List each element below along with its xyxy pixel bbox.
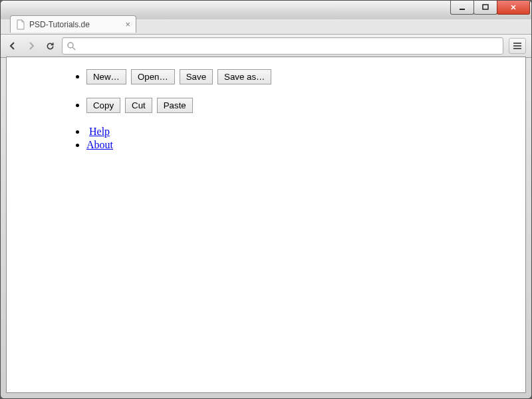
file-menu-list: New… Open… Save Save as… — [17, 68, 515, 86]
app-window: PSD-Tutorials.de × — [0, 0, 532, 399]
arrow-left-icon — [7, 41, 18, 51]
minimize-button[interactable] — [450, 1, 474, 15]
cut-button[interactable]: Cut — [125, 98, 152, 113]
tab-close-icon[interactable]: × — [125, 19, 130, 29]
list-item: About — [86, 138, 515, 152]
arrow-right-icon — [26, 41, 37, 51]
list-item: New… Open… Save Save as… — [86, 68, 515, 86]
svg-rect-4 — [513, 43, 521, 44]
save-button[interactable]: Save — [180, 69, 213, 84]
back-button[interactable] — [6, 39, 19, 53]
browser-toolbar — [1, 34, 531, 58]
svg-rect-6 — [513, 48, 521, 49]
file-icon — [16, 19, 25, 30]
save-as-button[interactable]: Save as… — [217, 69, 271, 84]
forward-button[interactable] — [25, 39, 38, 53]
paste-button[interactable]: Paste — [157, 98, 193, 113]
svg-rect-0 — [460, 9, 465, 10]
close-icon — [510, 4, 517, 11]
address-bar[interactable] — [62, 37, 503, 55]
about-link[interactable]: About — [86, 139, 113, 150]
search-icon — [66, 41, 76, 51]
reload-icon — [45, 41, 55, 51]
maximize-icon — [482, 4, 489, 11]
svg-rect-5 — [513, 45, 521, 47]
close-button[interactable] — [497, 1, 530, 15]
reload-button[interactable] — [43, 39, 57, 53]
list-item: Copy Cut Paste — [86, 96, 515, 114]
svg-point-2 — [68, 43, 73, 48]
window-controls — [451, 1, 530, 15]
tab-title: PSD-Tutorials.de — [29, 20, 121, 29]
maximize-button[interactable] — [473, 1, 497, 15]
copy-button[interactable]: Copy — [86, 98, 120, 113]
new-button[interactable]: New… — [86, 69, 126, 84]
svg-rect-1 — [483, 5, 488, 9]
links-list: Help About — [17, 125, 515, 152]
svg-line-3 — [72, 47, 75, 50]
tab-strip: PSD-Tutorials.de × — [1, 15, 531, 34]
browser-tab[interactable]: PSD-Tutorials.de × — [10, 15, 136, 33]
url-input[interactable] — [80, 41, 499, 52]
list-item: Help — [86, 125, 515, 138]
edit-menu-list: Copy Cut Paste — [17, 96, 515, 114]
hamburger-icon — [513, 42, 522, 50]
page-content: New… Open… Save Save as… Copy Cut Paste … — [7, 57, 525, 173]
help-link[interactable]: Help — [89, 126, 110, 137]
open-button[interactable]: Open… — [131, 69, 175, 84]
page-viewport: New… Open… Save Save as… Copy Cut Paste … — [6, 57, 526, 393]
minimize-icon — [459, 4, 466, 11]
chrome-menu-button[interactable] — [509, 38, 526, 54]
